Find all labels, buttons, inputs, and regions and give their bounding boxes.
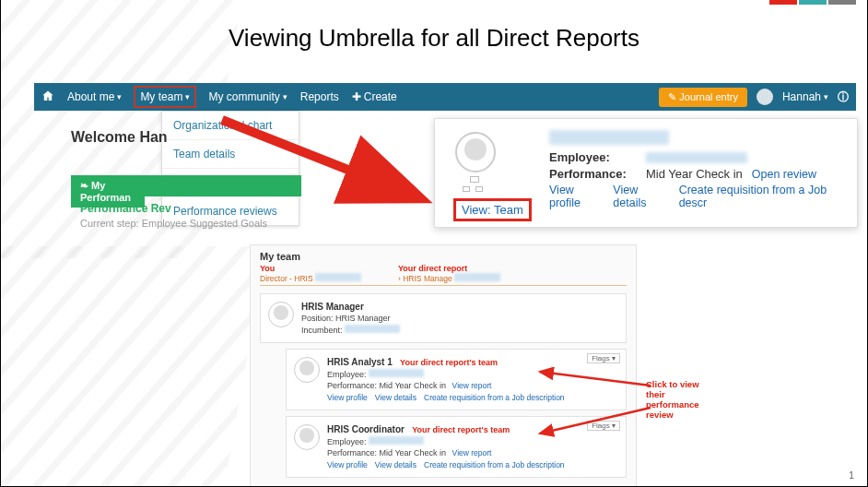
performance-value: Mid Year Check in: [646, 167, 743, 181]
flags-button[interactable]: Flags ▾: [587, 353, 620, 363]
blurred-employee: [646, 152, 747, 163]
click-note: Click to view their performance review: [646, 380, 720, 421]
pencil-icon: ✎: [668, 91, 676, 103]
avatar-icon: [268, 302, 294, 327]
card-title: HRIS Manager: [301, 302, 618, 312]
page-number: 1: [849, 469, 854, 481]
plus-icon: ✚: [352, 90, 361, 103]
team-note: Your direct report's team: [412, 425, 510, 434]
performance-review-link[interactable]: Performance Rev: [80, 202, 171, 215]
view-report-link[interactable]: View report: [452, 381, 492, 390]
leaf-icon: ❧: [80, 180, 88, 191]
welcome-heading: Welcome Han: [71, 129, 168, 146]
view-details-link[interactable]: View details: [375, 460, 416, 469]
home-icon[interactable]: [41, 89, 54, 105]
blurred-name: [549, 130, 669, 145]
view-profile-link[interactable]: View profile: [327, 393, 368, 402]
nav-about-me[interactable]: About me▾: [67, 90, 122, 103]
my-team-dropdown: Organizational chart Team details Recrui…: [161, 111, 299, 226]
accent-bars: [769, 0, 856, 5]
create-requisition-link[interactable]: Create requisition from a Job descr: [679, 184, 844, 209]
performance-label: Performance:: [549, 167, 637, 181]
perf-green-bar: [145, 175, 301, 196]
employee-label: Employee:: [549, 150, 637, 164]
manager-card: HRIS Manager Position: HRIS Manager Incu…: [260, 293, 627, 343]
report-card: HRIS Analyst 1 Your direct report's team…: [286, 349, 627, 410]
view-profile-link[interactable]: View profile: [327, 460, 368, 469]
team-note: Your direct report's team: [400, 358, 498, 367]
you-role: Director - HRIS: [260, 273, 361, 283]
direct-report-role: › HRIS Manage: [398, 273, 500, 283]
view-details-link[interactable]: View details: [613, 184, 669, 209]
flags-button[interactable]: Flags ▾: [587, 421, 620, 431]
open-review-link[interactable]: Open review: [752, 168, 816, 181]
user-menu[interactable]: Hannah▾: [782, 90, 828, 103]
top-navbar: About me▾ My team▾ My community▾ Reports…: [34, 83, 856, 111]
nav-create[interactable]: ✚Create: [352, 90, 397, 103]
create-requisition-link[interactable]: Create requisition from a Job descriptio…: [424, 393, 565, 402]
profile-callout: Employee: Performance: Mid Year Check in…: [434, 118, 858, 228]
my-team-header: My team: [260, 251, 627, 262]
create-requisition-link[interactable]: Create requisition from a Job descriptio…: [424, 460, 565, 469]
nav-reports[interactable]: Reports: [300, 90, 339, 103]
report-card: HRIS Coordinator Your direct report's te…: [286, 416, 627, 478]
avatar-icon: [294, 357, 320, 383]
card-title: HRIS Coordinator: [327, 424, 405, 434]
my-team-panel: My team You Director - HRIS Your direct …: [250, 244, 637, 487]
org-chart-icon[interactable]: [463, 176, 487, 193]
view-team-highlight[interactable]: View: Team: [453, 198, 532, 221]
journal-entry-button[interactable]: ✎Journal entry: [659, 88, 747, 107]
direct-report-label: Your direct report: [398, 264, 500, 273]
dropdown-org-chart[interactable]: Organizational chart: [162, 112, 299, 139]
info-icon[interactable]: ⓘ: [838, 89, 849, 105]
avatar-icon: [455, 132, 496, 172]
card-title: HRIS Analyst 1: [327, 357, 393, 367]
view-profile-link[interactable]: View profile: [549, 184, 604, 209]
nav-my-team[interactable]: My team▾: [135, 87, 195, 107]
view-details-link[interactable]: View details: [375, 393, 416, 402]
dropdown-team-details[interactable]: Team details: [162, 139, 299, 168]
you-label: You: [260, 264, 361, 273]
user-avatar-icon[interactable]: [757, 89, 773, 105]
view-report-link[interactable]: View report: [452, 448, 492, 457]
avatar-icon: [294, 424, 320, 450]
nav-my-community[interactable]: My community▾: [208, 90, 287, 103]
current-step: Current step: Employee Suggested Goals: [80, 218, 267, 229]
